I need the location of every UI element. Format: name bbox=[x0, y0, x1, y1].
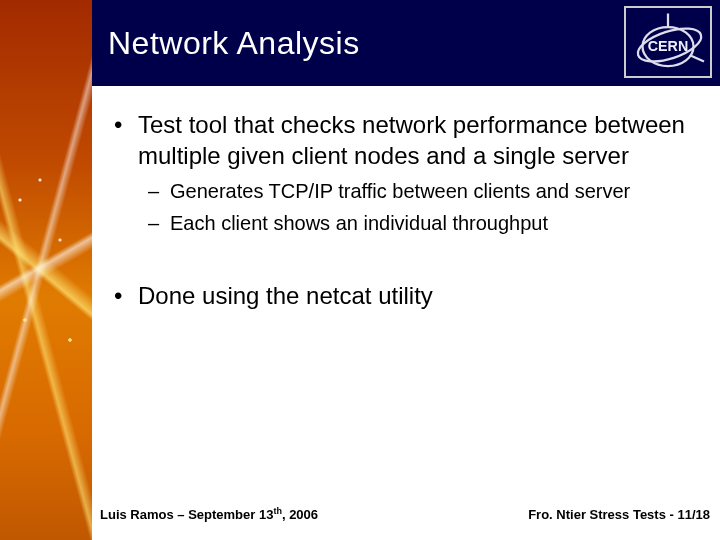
sidebar-decoration bbox=[0, 0, 92, 540]
footer-date-post: , 2006 bbox=[282, 507, 318, 522]
bullet-level2: Generates TCP/IP traffic between clients… bbox=[100, 177, 700, 205]
slide: Network Analysis CERN Test tool that che… bbox=[0, 0, 720, 540]
footer-right: Fro. Ntier Stress Tests - 11/18 bbox=[528, 507, 710, 522]
title-bar: Network Analysis CERN bbox=[0, 0, 720, 86]
cern-logo-text: CERN bbox=[648, 38, 688, 54]
footer-sep: – bbox=[177, 507, 188, 522]
footer-author: Luis Ramos bbox=[100, 507, 177, 522]
bullet-level1: Done using the netcat utility bbox=[100, 281, 700, 312]
footer-date-sup: th bbox=[273, 506, 282, 516]
slide-body: Test tool that checks network performanc… bbox=[100, 110, 700, 318]
cern-logo: CERN bbox=[624, 6, 712, 78]
footer-date-pre: September 13 bbox=[188, 507, 273, 522]
footer: Luis Ramos – September 13th, 2006 Fro. N… bbox=[100, 506, 710, 522]
bullet-level2: Each client shows an individual throughp… bbox=[100, 209, 700, 237]
footer-left: Luis Ramos – September 13th, 2006 bbox=[100, 506, 318, 522]
cern-logo-icon: CERN bbox=[630, 12, 706, 72]
slide-title: Network Analysis bbox=[108, 25, 360, 62]
svg-line-3 bbox=[691, 56, 705, 62]
bullet-level1: Test tool that checks network performanc… bbox=[100, 110, 700, 171]
